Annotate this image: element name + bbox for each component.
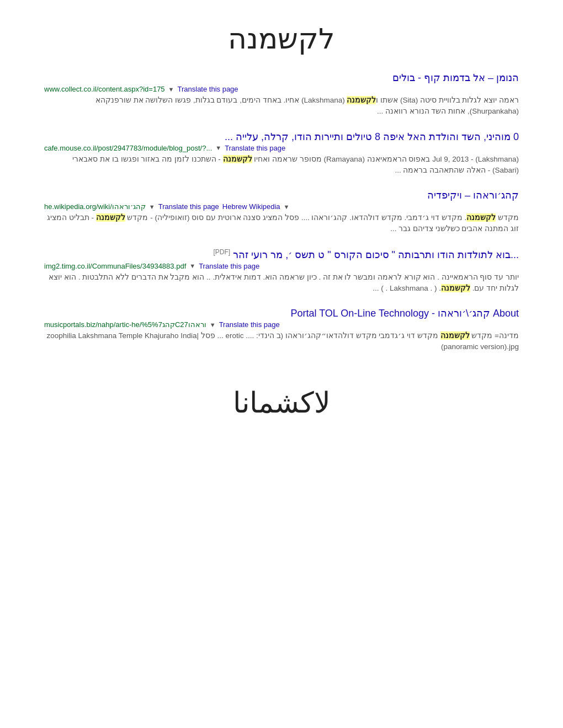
dropdown-arrow-3b[interactable]: ▼ — [284, 204, 290, 210]
result-url-line-3: he.wikipedia.org/wiki/קהג׳וראהו ▼ Transl… — [44, 202, 519, 211]
result-url-line-2: cafe.mouse.co.il/post/2947783/module/blo… — [44, 144, 519, 152]
highlight-3a: לקשמנה — [466, 213, 496, 222]
result-title-5[interactable]: About קהג׳\׳וראהו - Portal TOL On-Line T… — [44, 307, 519, 319]
result-item-3: קהג׳וראהו – ויקיפדיה he.wikipedia.org/wi… — [44, 189, 519, 235]
result-title-4-text: ...בוא לתולדות הודו ותרבותה " סיכום הקור… — [233, 249, 519, 260]
dropdown-arrow-3[interactable]: ▼ — [149, 204, 155, 210]
pdf-badge-4: [PDF] — [214, 248, 231, 256]
result-url-3: he.wikipedia.org/wiki/קהג׳וראהו — [44, 202, 146, 211]
highlight-2: לקשמנה — [223, 155, 252, 163]
dropdown-arrow-2[interactable]: ▼ — [215, 144, 221, 151]
result-url-line-5: musicportals.biz/nahp/artic-he/%5קהג%7C2… — [44, 320, 519, 329]
result-url-5: musicportals.biz/nahp/artic-he/%5קהג%7C2… — [44, 320, 206, 329]
result-url-line-4: img2.timg.co.il/CommunaFiles/34934883.pd… — [44, 262, 519, 270]
highlight-1: לקשמנה — [347, 96, 376, 104]
result-snippet-3: מקדש לקשמנה. מקדש דוי ג׳דמבי. מקדש דולהד… — [44, 212, 519, 235]
translate-link-2[interactable]: Translate this page — [225, 144, 285, 152]
result-item-4: ...בוא לתולדות הודו ותרבותה " סיכום הקור… — [44, 248, 519, 295]
result-snippet-2: Jul 9, 2013 - (Lakshmana) באפוס הראמאיאנ… — [44, 154, 519, 176]
snippet-date-2: Jul 9, 2013 — [432, 155, 469, 163]
translate-link-1[interactable]: Translate this page — [178, 85, 238, 93]
result-url-1: www.collect.co.il/content.aspx?id=175 — [44, 85, 165, 93]
result-item-5: About קהג׳\׳וראהו - Portal TOL On-Line T… — [44, 307, 519, 353]
translate-link-5[interactable]: Translate this page — [219, 320, 280, 329]
translate-link-3[interactable]: Translate this page — [158, 202, 219, 211]
highlight-3b: לקשמנה — [96, 213, 125, 222]
dropdown-arrow-4[interactable]: ▼ — [189, 263, 195, 269]
result-item-1: הנומן – אל בדמות קוף - בולים www.collect… — [44, 72, 519, 117]
result-url-4: img2.timg.co.il/CommunaFiles/34934883.pd… — [44, 262, 186, 270]
result-title-3[interactable]: קהג׳וראהו – ויקיפדיה — [44, 189, 519, 201]
result-title-1[interactable]: הנומן – אל בדמות קוף - בולים — [44, 72, 519, 84]
dropdown-arrow-1[interactable]: ▼ — [168, 86, 174, 93]
result-url-2: cafe.mouse.co.il/post/2947783/module/blo… — [44, 144, 212, 152]
result-snippet-1: ראמה יוצא לגלות בלוויית סיטה (Sita) אשתו… — [44, 95, 519, 117]
result-snippet-4: יותר עד סוף הראמאיינה . הוא קורא לראמה ו… — [44, 272, 519, 295]
result-item-2: 0 מוהיני, השד והולדת האל איפה 8 טיולים ו… — [44, 131, 519, 176]
dropdown-arrow-5[interactable]: ▼ — [210, 322, 216, 328]
highlight-5: לקשמנה — [440, 331, 470, 340]
translate-link-4[interactable]: Translate this page — [199, 262, 259, 270]
result-title-2[interactable]: 0 מוהיני, השד והולדת האל איפה 8 טיולים ו… — [44, 131, 519, 143]
result-title-4[interactable]: ...בוא לתולדות הודו ותרבותה " סיכום הקור… — [44, 248, 519, 261]
arabic-title: لاكشمانا — [44, 386, 519, 419]
result-snippet-5: מדינה= מקדש לקשמנה מקדש דוי ג׳גדמבי מקדש… — [44, 330, 519, 353]
page-title: לקשמנה — [44, 22, 519, 55]
highlight-4: לקשמנה — [441, 284, 470, 292]
result-url-line-1: www.collect.co.il/content.aspx?id=175 ▼ … — [44, 85, 519, 93]
hebrew-wikipedia-link[interactable]: Hebrew Wikipedia — [222, 202, 280, 211]
